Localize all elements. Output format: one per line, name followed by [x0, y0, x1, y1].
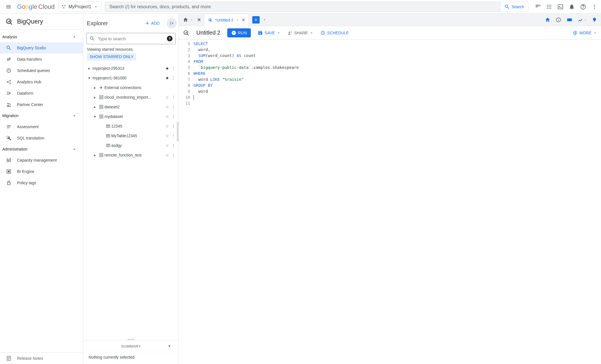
nav-item-scheduled-queries[interactable]: Scheduled queries	[0, 65, 83, 76]
star-outline-icon[interactable]: ☆	[164, 153, 171, 157]
save-button[interactable]: SAVE	[258, 30, 280, 35]
row-menu-icon[interactable]: ⋮	[171, 134, 176, 138]
editor-tab-untitled2[interactable]: *Untitled 2 ✕	[204, 14, 249, 26]
tree-table-asdgy[interactable]: asdgy ☆ ⋮	[83, 141, 178, 150]
nav-item-assessment[interactable]: Assessment	[0, 121, 83, 132]
overflow-menu-icon[interactable]	[591, 4, 598, 10]
nav-section-label: Analysis	[2, 35, 17, 39]
close-icon[interactable]: ✕	[241, 17, 245, 23]
collapse-icon[interactable]: ▾	[91, 114, 98, 119]
search-button-label: Search	[512, 5, 524, 9]
row-menu-icon[interactable]: ⋮	[171, 124, 176, 128]
nav-item-analytics-hub[interactable]: Analytics Hub	[0, 76, 83, 88]
nav-section-administration[interactable]: Administration	[0, 144, 83, 155]
code-content[interactable]: SELECT word, SUM(word_count) AS count FR…	[193, 40, 601, 364]
nav-section-migration[interactable]: Migration	[0, 110, 83, 121]
star-outline-icon[interactable]: ☆	[164, 134, 171, 138]
star-outline-icon[interactable]: ☆	[164, 143, 171, 148]
tree-project-myproject1-381000[interactable]: ▾ myproject1-381000 ★ ⋮	[83, 73, 178, 83]
show-starred-only-button[interactable]: SHOW STARRED ONLY	[87, 53, 136, 61]
expand-icon[interactable]: ▸	[91, 85, 98, 90]
tree-table-mytable12345[interactable]: MyTable12345 ☆ ⋮	[83, 131, 178, 141]
tree-external-connections[interactable]: ▸ External connections	[83, 83, 178, 92]
google-cloud-logo[interactable]: Google Cloud	[17, 3, 55, 10]
tree-row-label: MyTable12345	[111, 134, 164, 138]
lightbulb-icon[interactable]	[592, 17, 597, 22]
nav-item-data-transfers[interactable]: Data transfers	[0, 54, 83, 65]
nav-item-capacity-management[interactable]: Capacity management	[0, 155, 83, 166]
capacity-icon	[6, 157, 12, 163]
scrollbar-thumb[interactable]	[177, 122, 178, 142]
svg-rect-32	[100, 96, 101, 97]
collapse-icon[interactable]: ▾	[86, 76, 93, 80]
nav-item-policy-tags[interactable]: Policy tags	[0, 177, 83, 189]
chevron-down-icon[interactable]	[262, 18, 266, 22]
star-filled-icon[interactable]: ★	[164, 66, 171, 71]
nav-item-dataform[interactable]: Dataform	[0, 88, 83, 99]
project-selector[interactable]: MyProject1	[58, 2, 101, 12]
new-tab-button[interactable]	[252, 16, 260, 24]
share-button[interactable]: SHARE	[287, 30, 314, 35]
explorer-collapse-button[interactable]	[167, 18, 177, 28]
chevron-down-icon	[190, 18, 194, 22]
apps-grid-icon[interactable]	[546, 4, 552, 10]
tree-dataset-cloud-monitoring[interactable]: ▸ cloud_monitoring_import... ☆ ⋮	[83, 92, 178, 102]
schedule-button[interactable]: SCHEDULE	[320, 30, 349, 35]
search-button[interactable]: Search	[500, 2, 528, 12]
star-outline-icon[interactable]: ☆	[164, 95, 171, 100]
keyboard-icon[interactable]	[566, 17, 573, 23]
nav-item-bi-engine[interactable]: BI Engine	[0, 166, 83, 177]
tree-table-12345[interactable]: 12345 ☆ ⋮	[83, 121, 178, 131]
chevron-down-icon[interactable]	[236, 18, 239, 22]
row-menu-icon[interactable]: ⋮	[171, 153, 176, 157]
expand-icon[interactable]: ▸	[91, 153, 98, 157]
nav-item-release-notes[interactable]: Release Notes	[0, 353, 83, 364]
help-icon[interactable]	[580, 4, 586, 10]
tree-dataset-mydataset[interactable]: ▾ mydataset ☆ ⋮	[83, 112, 178, 121]
nav-section-analysis[interactable]: Analysis	[0, 31, 83, 42]
star-outline-icon[interactable]: ☆	[164, 114, 171, 119]
row-menu-icon[interactable]: ⋮	[171, 143, 176, 148]
more-button[interactable]: MORE	[573, 30, 597, 35]
search-input[interactable]: Search (/) for resources, docs, products…	[105, 4, 500, 9]
close-icon[interactable]: ✕	[197, 17, 201, 23]
row-menu-icon[interactable]: ⋮	[171, 105, 176, 109]
expand-icon[interactable]: ▸	[91, 105, 98, 109]
tree-dataset-dataset2[interactable]: ▸ dataset2 ☆ ⋮	[83, 102, 178, 112]
run-button[interactable]: RUN	[227, 28, 251, 37]
tree-dataset-remote-function-test[interactable]: ▸ remote_function_test ☆ ⋮	[83, 150, 178, 160]
row-menu-icon[interactable]: ⋮	[171, 66, 176, 71]
nav-item-partner-center[interactable]: Partner Center	[0, 99, 83, 110]
cloud-shell-icon[interactable]	[557, 4, 564, 10]
dataset-icon	[99, 114, 104, 119]
notifications-icon[interactable]	[569, 4, 575, 10]
search-help-icon[interactable]: ?	[167, 36, 173, 41]
tree-project-myproject-295313[interactable]: ▸ myproject-295313 ★ ⋮	[83, 64, 178, 73]
star-outline-icon[interactable]: ☆	[164, 124, 171, 128]
explorer-search-input[interactable]	[98, 36, 164, 41]
cloud-shell-editor-icon[interactable]	[535, 4, 541, 10]
header-utility-icons	[532, 4, 598, 10]
hamburger-menu-button[interactable]	[3, 2, 14, 12]
row-menu-icon[interactable]: ⋮	[171, 114, 176, 119]
explorer-tree: ▸ myproject-295313 ★ ⋮ ▾ myproject1-3810…	[83, 62, 178, 338]
svg-point-9	[547, 8, 548, 9]
expand-icon[interactable]: ▸	[86, 66, 93, 71]
row-menu-icon[interactable]: ⋮	[171, 95, 176, 100]
star-filled-icon[interactable]: ★	[164, 76, 171, 80]
nav-item-bigquery-studio[interactable]: BigQuery Studio	[0, 42, 83, 54]
svg-rect-35	[102, 98, 102, 98]
info-icon[interactable]	[556, 17, 561, 23]
sql-editor[interactable]: 1 2 3 4 5 6 7 8 9 10 11 SELECT word, SUM…	[179, 40, 601, 364]
star-outline-icon[interactable]: ☆	[164, 105, 171, 109]
nav-item-sql-translation[interactable]: SQL translation	[0, 132, 83, 144]
format-icon[interactable]	[578, 17, 587, 22]
svg-rect-42	[100, 116, 101, 117]
summary-toggle[interactable]: SUMMARY	[83, 340, 178, 352]
expand-icon[interactable]: ▸	[91, 95, 98, 100]
row-menu-icon[interactable]: ⋮	[171, 76, 176, 80]
project-icon	[61, 4, 66, 9]
home-link-icon[interactable]	[545, 17, 550, 23]
explorer-add-button[interactable]: ADD	[142, 19, 162, 27]
home-tab[interactable]: ✕	[181, 17, 203, 23]
